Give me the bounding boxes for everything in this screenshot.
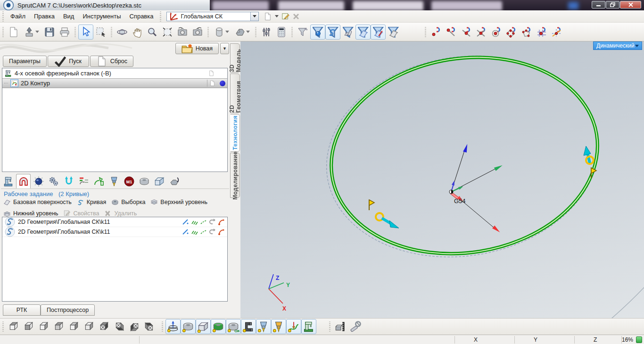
toolbar-grip[interactable] xyxy=(2,27,4,37)
view-iso-1-button[interactable] xyxy=(97,319,112,334)
toolbar-grip[interactable] xyxy=(2,321,4,332)
filter-point-button[interactable] xyxy=(310,25,325,40)
menu-view[interactable]: Вид xyxy=(59,11,79,22)
minimize-button[interactable] xyxy=(592,1,605,8)
rect-select-button[interactable] xyxy=(93,25,108,40)
show-machine-button[interactable] xyxy=(301,319,316,334)
show-part-button[interactable] xyxy=(211,319,226,334)
show-fixtures-button[interactable] xyxy=(241,319,256,334)
curve-list-item[interactable]: 2D Геометрия\Глобальная СК\k11 xyxy=(2,227,227,237)
snap-point-button[interactable] xyxy=(429,25,444,40)
measure-button[interactable] xyxy=(333,319,348,334)
new-operation-button[interactable]: Новая xyxy=(175,43,219,54)
tab-strategy[interactable] xyxy=(61,174,76,188)
snap-grid-button[interactable] xyxy=(534,25,549,40)
toolbar-grip[interactable] xyxy=(162,321,163,332)
edit-curve-icon[interactable] xyxy=(182,228,190,236)
snapshot-button[interactable] xyxy=(175,25,190,40)
tab-rtk[interactable]: РТК xyxy=(3,304,41,316)
tab-tool[interactable] xyxy=(107,174,121,188)
add-curve-button[interactable]: Кривая xyxy=(76,198,106,206)
rotate-view-button[interactable] xyxy=(115,25,130,40)
menu-tools[interactable]: Инструменты xyxy=(78,11,125,22)
filter-curve-button[interactable] xyxy=(325,25,340,40)
add-base-surface-button[interactable]: Базовая поверхность xyxy=(3,198,72,206)
tab-part[interactable] xyxy=(137,174,151,188)
snap-polygon-button[interactable] xyxy=(519,25,534,40)
toolbar-grip[interactable] xyxy=(207,27,209,37)
toolbar-grip[interactable] xyxy=(160,11,161,22)
toolbar-grip[interactable] xyxy=(2,11,4,22)
new-cs-button[interactable] xyxy=(263,11,273,22)
tree-row-2d-contour[interactable]: 2D Контур xyxy=(2,78,227,88)
menu-help[interactable]: Справка xyxy=(125,11,157,22)
filter-sheet-button[interactable] xyxy=(386,25,401,40)
snap-midpoint-button[interactable] xyxy=(459,25,474,40)
new-cs-dropdown[interactable] xyxy=(275,15,279,17)
dashed-direction-icon[interactable] xyxy=(200,228,207,236)
tab-lead-in[interactable] xyxy=(91,174,106,188)
menu-file[interactable]: Файл xyxy=(6,11,30,22)
tab-3d-model[interactable]: 3D Модель xyxy=(230,43,240,73)
start-point-icon[interactable] xyxy=(218,228,225,236)
dashed-direction-icon[interactable] xyxy=(200,218,207,226)
toolbar-grip[interactable] xyxy=(291,27,293,37)
reset-button[interactable]: Сброс xyxy=(90,56,133,67)
menu-edit[interactable]: Правка xyxy=(30,11,59,22)
edit-curve-icon[interactable] xyxy=(182,218,190,226)
tab-parameters[interactable] xyxy=(46,174,61,188)
view-front-button[interactable] xyxy=(21,319,36,334)
hatch-direction-icon[interactable] xyxy=(191,218,198,226)
run-button[interactable]: Пуск xyxy=(48,56,89,67)
toolpath-contour[interactable] xyxy=(317,41,611,272)
snap-intersection-button[interactable] xyxy=(474,25,489,40)
tab-workpiece-box[interactable] xyxy=(152,174,166,188)
filter-solid-button[interactable] xyxy=(295,25,310,40)
pan-view-button[interactable] xyxy=(130,25,145,40)
view-back-button[interactable] xyxy=(66,319,82,334)
tab-stop-m1[interactable]: M1 xyxy=(122,174,136,188)
print-button[interactable] xyxy=(57,25,72,40)
view-iso-3-button[interactable] xyxy=(127,319,142,334)
zoom-view-button[interactable] xyxy=(145,25,160,40)
view-right-button[interactable] xyxy=(51,319,66,334)
tree-row-machine[interactable]: 4-х осевой фрезерный станок (-B) xyxy=(2,68,227,78)
tab-2d-geometry[interactable]: 2D Геометрия xyxy=(230,74,240,113)
contour-start-marker-left[interactable] xyxy=(369,200,399,228)
toolbar-grip[interactable] xyxy=(329,321,330,332)
start-point-icon[interactable] xyxy=(218,218,225,226)
operation-doc-button[interactable] xyxy=(206,70,216,77)
snapshot-rotate-button[interactable] xyxy=(190,25,205,40)
show-workpiece-button[interactable] xyxy=(181,319,196,334)
view-bottom-button[interactable] xyxy=(82,319,97,334)
coordinate-system-combo[interactable]: Глобальная СК xyxy=(166,12,259,21)
filter-surface-edges-button[interactable] xyxy=(371,25,386,40)
open-import-button[interactable] xyxy=(21,25,42,40)
curve-list-item[interactable]: 2D Геометрия\Глобальная СК\k11 xyxy=(2,217,227,227)
fasteners-button[interactable] xyxy=(348,319,363,334)
close-button[interactable] xyxy=(620,1,641,8)
filter-mesh-button[interactable] xyxy=(340,25,355,40)
edit-cs-button[interactable] xyxy=(281,11,291,22)
snap-endpoint-button[interactable] xyxy=(444,25,459,40)
tab-postprocessor[interactable]: Постпроцессор xyxy=(41,304,95,316)
combo-dropdown-button[interactable] xyxy=(250,12,258,21)
tab-feeds[interactable] xyxy=(76,174,91,188)
source-curve[interactable] xyxy=(312,41,613,276)
restore-button[interactable] xyxy=(606,1,619,8)
filter-surface-button[interactable] xyxy=(355,25,371,40)
toolbar-grip[interactable] xyxy=(425,27,426,37)
viewport-3d[interactable]: G54 Z Y X xyxy=(240,41,644,318)
view-iso-4-button[interactable] xyxy=(142,319,157,334)
add-top-level-button[interactable]: Верхний уровень xyxy=(150,198,207,206)
add-pocket-button[interactable]: Выборка xyxy=(111,198,145,206)
tab-job[interactable] xyxy=(16,174,31,188)
delete-cs-button-disabled[interactable] xyxy=(291,11,301,22)
reverse-icon[interactable] xyxy=(209,228,216,236)
view-top-button[interactable] xyxy=(6,319,21,334)
workpiece-cylinder-button[interactable] xyxy=(211,25,232,40)
operation-doc-button[interactable] xyxy=(207,80,217,87)
hatch-direction-icon[interactable] xyxy=(191,228,198,236)
tab-transform[interactable] xyxy=(167,174,182,188)
toolbar-grip[interactable] xyxy=(111,27,112,37)
